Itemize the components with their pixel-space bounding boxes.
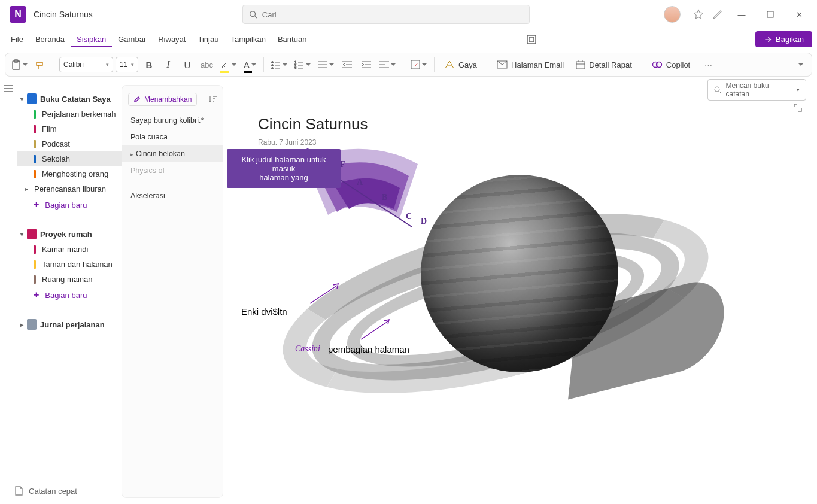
- section-item[interactable]: Perjalanan berkemah: [17, 107, 122, 122]
- window-title: Cincin Saturnus: [34, 10, 93, 19]
- page-item[interactable]: Pola cuaca: [122, 129, 223, 145]
- section-item[interactable]: Ruang mainan: [17, 272, 122, 287]
- notebook-header-3[interactable]: ▸ Jurnal perjalanan: [17, 317, 122, 332]
- global-search[interactable]: [242, 5, 530, 24]
- expand-canvas-button[interactable]: [793, 103, 803, 114]
- menu-bar: File Beranda Sisipkan Gambar Riwayat Tin…: [0, 29, 817, 50]
- copilot-icon: [652, 59, 663, 70]
- meeting-details-button[interactable]: Detail Rapat: [571, 60, 637, 69]
- svg-point-7: [271, 62, 273, 63]
- draw-mode-icon[interactable]: [709, 6, 726, 23]
- bullets-button[interactable]: [269, 56, 290, 73]
- page-item[interactable]: Sayap burung kolibri.*: [122, 112, 223, 129]
- notebook-name: Proyek rumah: [40, 230, 92, 239]
- notebook-header-2[interactable]: ▾ Proyek rumah: [17, 226, 122, 242]
- annotation-cassini-hand: Cassini: [295, 344, 320, 354]
- share-icon: [764, 35, 772, 44]
- highlight-button[interactable]: [218, 56, 239, 73]
- todo-tag-button[interactable]: [408, 56, 429, 73]
- section-item[interactable]: Menghosting orang: [17, 166, 122, 181]
- search-input[interactable]: [262, 10, 523, 19]
- section-item-selected[interactable]: Sekolah: [17, 151, 122, 166]
- menu-history[interactable]: Riwayat: [152, 31, 192, 47]
- notebook-icon: [27, 319, 37, 330]
- user-avatar[interactable]: [664, 6, 681, 23]
- section-item[interactable]: Film: [17, 122, 122, 136]
- menu-home[interactable]: Beranda: [29, 31, 71, 47]
- add-page-button[interactable]: Menambahkan: [128, 93, 197, 106]
- numbering-button[interactable]: 123: [292, 56, 313, 73]
- svg-point-9: [271, 65, 273, 66]
- share-button[interactable]: Bagikan: [755, 31, 812, 47]
- close-button[interactable]: ✕: [786, 5, 812, 24]
- format-painter-button[interactable]: [32, 56, 49, 73]
- menu-insert[interactable]: Sisipkan: [71, 31, 112, 47]
- chevron-right-icon: ▸: [20, 321, 23, 328]
- more-button[interactable]: ⋯: [700, 56, 716, 73]
- menu-help[interactable]: Bantuan: [272, 31, 312, 47]
- section-item[interactable]: Podcast: [17, 136, 122, 151]
- annotation-enki: Enki dvi$ltn: [241, 306, 287, 317]
- quick-notes-button[interactable]: Catatan cepat: [14, 486, 77, 496]
- premium-icon[interactable]: [690, 6, 707, 23]
- svg-point-0: [250, 11, 256, 17]
- underline-button[interactable]: U: [179, 56, 196, 73]
- italic-button[interactable]: I: [160, 56, 177, 73]
- align-button[interactable]: [377, 56, 398, 73]
- copilot-button[interactable]: Copilot: [647, 59, 695, 70]
- section-item[interactable]: Kamar mandi: [17, 242, 122, 257]
- notebook-header-1[interactable]: ▾ Buku Catatan Saya: [17, 91, 122, 107]
- page-item[interactable]: [122, 179, 223, 187]
- svg-rect-4: [529, 37, 534, 42]
- svg-point-42: [715, 87, 719, 92]
- menu-review[interactable]: Tinjau: [192, 31, 224, 47]
- page-item[interactable]: Physics of: [122, 162, 223, 179]
- coach-tooltip: Klik judul halaman untuk masuk halaman y…: [227, 149, 341, 188]
- add-section-button[interactable]: +Bagian baru: [17, 196, 122, 213]
- font-name-select[interactable]: Calibri▾: [59, 57, 113, 72]
- paste-button[interactable]: [9, 56, 30, 73]
- page-item[interactable]: Akselerasi: [122, 187, 223, 204]
- page-list-panel: Menambahkan Sayap burung kolibri.* Pola …: [122, 85, 223, 498]
- email-page-button[interactable]: Halaman Email: [492, 60, 569, 69]
- title-bar: N Cincin Saturnus ― ✕: [0, 0, 817, 29]
- edit-icon: [133, 96, 141, 103]
- outdent-button[interactable]: [339, 56, 356, 73]
- svg-rect-33: [576, 62, 585, 69]
- line-spacing-button[interactable]: [315, 56, 336, 73]
- strikethrough-button[interactable]: abc: [198, 56, 215, 73]
- section-item[interactable]: Taman dan halaman: [17, 257, 122, 272]
- chevron-right-icon: ▸: [25, 186, 28, 192]
- svg-rect-31: [411, 60, 420, 69]
- notebook-search[interactable]: Mencari buku catatan ▾: [707, 79, 806, 101]
- search-icon: [249, 10, 257, 19]
- font-color-button[interactable]: A: [241, 56, 259, 73]
- svg-rect-3: [527, 35, 536, 44]
- page-title[interactable]: Cincin Saturnus: [258, 115, 805, 133]
- nav-toggle-button[interactable]: [0, 79, 17, 504]
- sort-button[interactable]: [208, 95, 217, 105]
- bold-button[interactable]: B: [141, 56, 157, 73]
- section-item[interactable]: ▸Perencanaan liburan: [17, 181, 122, 196]
- notebook-name: Buku Catatan Saya: [40, 95, 111, 104]
- menu-file[interactable]: File: [5, 31, 29, 47]
- add-section-button[interactable]: +Bagian baru: [17, 287, 122, 303]
- font-size-select[interactable]: 11▾: [116, 57, 138, 72]
- ribbon-expand-button[interactable]: [791, 56, 808, 73]
- chevron-down-icon: ▾: [20, 96, 23, 102]
- ring-label-f: F: [340, 160, 345, 169]
- fullscreen-icon[interactable]: [523, 31, 540, 48]
- ring-label-b: B: [382, 193, 387, 202]
- menu-image[interactable]: Gambar: [112, 31, 152, 47]
- indent-button[interactable]: [358, 56, 375, 73]
- mail-icon: [497, 60, 508, 69]
- plus-icon: +: [34, 290, 39, 300]
- styles-button[interactable]: Gaya: [439, 60, 482, 69]
- menu-view[interactable]: Tampilkan: [224, 31, 272, 47]
- chevron-down-icon: ▾: [20, 231, 23, 238]
- page-item-selected[interactable]: ▸Cincin belokan: [122, 145, 223, 162]
- minimize-button[interactable]: ―: [728, 5, 755, 24]
- svg-rect-2: [767, 11, 773, 17]
- svg-line-1: [254, 16, 257, 19]
- maximize-button[interactable]: [757, 5, 783, 24]
